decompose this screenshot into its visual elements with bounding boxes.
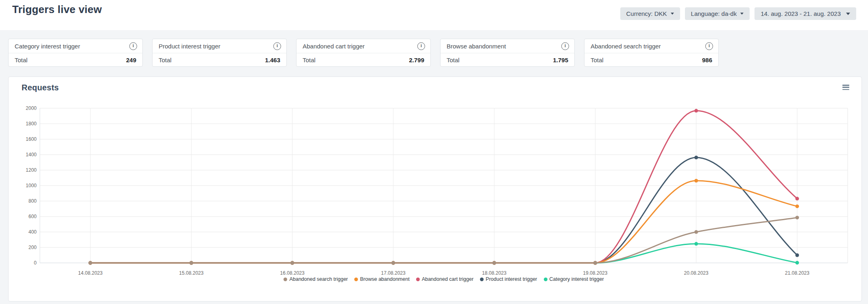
card-title: Abandoned cart trigger <box>303 43 365 50</box>
page-title: Triggers live view <box>12 3 102 16</box>
language-filter-button[interactable]: Language: da-dk <box>685 7 750 20</box>
language-filter-label: Language: da-dk <box>691 10 737 17</box>
legend-item-abandoned-search-trigger[interactable]: Abandoned search trigger <box>284 276 348 282</box>
series-line-abandoned-cart-trigger[interactable] <box>90 111 797 263</box>
x-axis-label: 19.08.2023 <box>583 270 607 276</box>
currency-filter-button[interactable]: Currency: DKK <box>620 7 680 20</box>
x-axis-label: 21.08.2023 <box>785 270 809 276</box>
chart-legend: Abandoned search triggerBrowse abandonme… <box>40 276 848 282</box>
total-value: 986 <box>702 57 712 63</box>
legend-item-browse-abandonment[interactable]: Browse abandonment <box>354 276 410 282</box>
card-body: Total 1.795 <box>441 53 574 66</box>
series-point-abandoned-cart-trigger[interactable] <box>694 109 698 113</box>
card-header: Abandoned cart trigger i <box>297 39 430 53</box>
legend-item-product-interest-trigger[interactable]: Product interest trigger <box>480 276 537 282</box>
series-point-abandoned-search-trigger[interactable] <box>89 261 92 265</box>
series-point-abandoned-search-trigger[interactable] <box>493 261 496 265</box>
series-point-abandoned-search-trigger[interactable] <box>190 261 193 265</box>
total-label: Total <box>303 57 316 63</box>
info-icon[interactable]: i <box>705 42 713 50</box>
total-label: Total <box>591 57 604 63</box>
card-header: Product interest trigger i <box>153 39 286 53</box>
x-axis-label: 17.08.2023 <box>381 270 406 276</box>
total-value: 249 <box>126 57 136 63</box>
series-point-category-interest-trigger[interactable] <box>694 242 698 246</box>
card-body: Total 2.799 <box>297 53 430 66</box>
x-axis-label: 16.08.2023 <box>280 270 305 276</box>
total-label: Total <box>15 57 28 63</box>
stat-card-abandoned-cart: Abandoned cart trigger i Total 2.799 <box>296 39 431 67</box>
y-axis-label: 1400 <box>26 152 37 157</box>
legend-marker-icon <box>284 278 287 281</box>
y-axis-label: 800 <box>28 198 37 204</box>
x-axis-label: 18.08.2023 <box>482 270 506 276</box>
requests-chart-card: 020040060080010001200140016001800200014.… <box>8 77 862 302</box>
legend-marker-icon <box>416 278 420 281</box>
chevron-down-icon <box>740 13 744 15</box>
legend-label: Abandoned search trigger <box>289 276 348 282</box>
series-point-abandoned-cart-trigger[interactable] <box>795 197 799 201</box>
y-axis-label: 0 <box>34 260 37 266</box>
requests-chart-svg[interactable]: 020040060080010001200140016001800200014.… <box>9 77 861 301</box>
legend-marker-icon <box>480 278 484 281</box>
legend-label: Abandoned cart trigger <box>422 276 473 282</box>
info-icon[interactable]: i <box>561 42 569 50</box>
series-point-abandoned-search-trigger[interactable] <box>290 261 294 265</box>
legend-marker-icon <box>544 278 547 281</box>
series-line-abandoned-search-trigger[interactable] <box>90 218 797 263</box>
series-line-product-interest-trigger[interactable] <box>90 157 797 263</box>
card-header: Browse abandonment i <box>441 39 574 53</box>
stat-card-product-interest: Product interest trigger i Total 1.463 <box>152 39 287 67</box>
y-axis-label: 600 <box>28 214 37 219</box>
series-point-category-interest-trigger[interactable] <box>795 261 799 265</box>
series-point-abandoned-search-trigger[interactable] <box>694 230 698 234</box>
series-line-browse-abandonment[interactable] <box>90 181 797 263</box>
card-title: Product interest trigger <box>159 43 220 50</box>
legend-label: Browse abandonment <box>360 276 410 282</box>
info-icon[interactable]: i <box>129 42 137 50</box>
total-value: 1.795 <box>553 57 568 63</box>
x-axis-label: 14.08.2023 <box>78 270 103 276</box>
legend-item-abandoned-cart-trigger[interactable]: Abandoned cart trigger <box>416 276 473 282</box>
series-point-abandoned-search-trigger[interactable] <box>593 261 597 265</box>
info-icon[interactable]: i <box>417 42 425 50</box>
legend-label: Product interest trigger <box>486 276 537 282</box>
total-value: 1.463 <box>265 57 280 63</box>
y-axis-label: 1200 <box>26 167 37 173</box>
card-header: Abandoned search trigger i <box>584 39 718 53</box>
card-body: Total 986 <box>584 53 718 66</box>
chevron-down-icon <box>846 13 850 15</box>
stat-card-abandoned-search: Abandoned search trigger i Total 986 <box>584 39 719 67</box>
daterange-filter-label: 14. aug. 2023 - 21. aug. 2023 <box>761 10 841 17</box>
series-point-browse-abandonment[interactable] <box>795 204 799 208</box>
card-body: Total 249 <box>9 53 142 66</box>
legend-label: Category interest trigger <box>550 276 604 282</box>
chart-context-menu-icon[interactable] <box>842 85 849 90</box>
stat-card-category-interest: Category interest trigger i Total 249 <box>8 39 143 67</box>
card-title: Category interest trigger <box>15 43 80 50</box>
filter-bar: Currency: DKK Language: da-dk 14. aug. 2… <box>620 7 856 20</box>
total-value: 2.799 <box>409 57 424 63</box>
series-point-product-interest-trigger[interactable] <box>694 156 698 160</box>
series-point-abandoned-search-trigger[interactable] <box>795 216 799 219</box>
info-icon[interactable]: i <box>273 42 281 50</box>
currency-filter-label: Currency: DKK <box>626 10 667 17</box>
legend-item-category-interest-trigger[interactable]: Category interest trigger <box>544 276 604 282</box>
daterange-filter-button[interactable]: 14. aug. 2023 - 21. aug. 2023 <box>755 7 856 20</box>
total-label: Total <box>447 57 460 63</box>
series-line-category-interest-trigger[interactable] <box>90 244 797 263</box>
top-header-bar: Triggers live view Currency: DKK Languag… <box>0 0 868 30</box>
y-axis-label: 1800 <box>26 121 37 127</box>
y-axis-label: 200 <box>28 245 37 250</box>
series-point-browse-abandonment[interactable] <box>694 179 698 183</box>
x-axis-label: 20.08.2023 <box>684 270 709 276</box>
series-point-abandoned-search-trigger[interactable] <box>391 261 395 265</box>
chevron-down-icon <box>671 13 674 15</box>
x-axis-label: 15.08.2023 <box>179 270 203 276</box>
stat-cards-row: Category interest trigger i Total 249 Pr… <box>8 39 719 67</box>
y-axis-label: 1000 <box>26 183 37 188</box>
series-point-product-interest-trigger[interactable] <box>795 254 799 257</box>
card-title: Browse abandonment <box>447 43 506 50</box>
chart-title: Requests <box>22 83 59 92</box>
y-axis-label: 2000 <box>26 105 37 111</box>
